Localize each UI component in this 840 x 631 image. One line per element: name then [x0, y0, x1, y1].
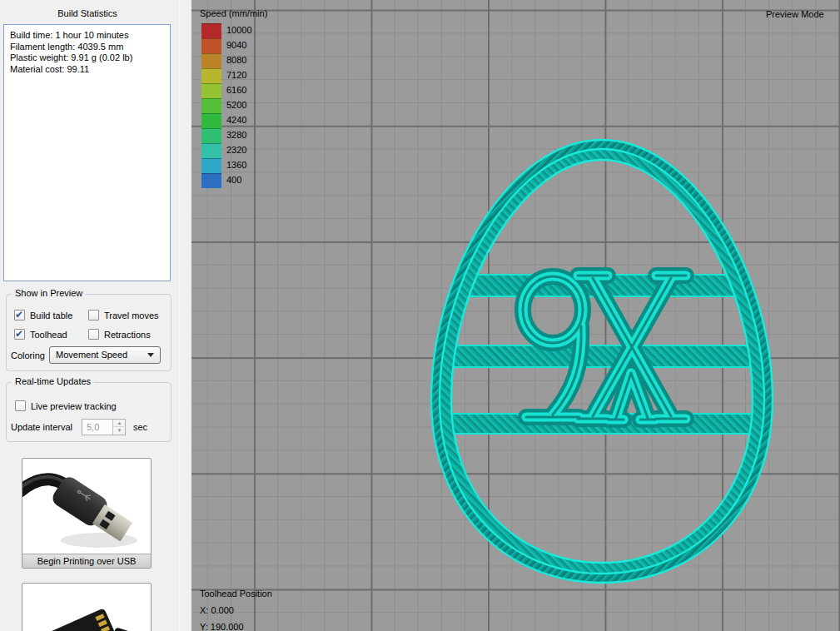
update-interval-field[interactable]: 5,0 ▲ ▼: [82, 419, 126, 435]
legend-value: 8080: [226, 55, 246, 65]
toolhead-position-readout: Toolhead Position X: 0.000 Y: 190.000: [200, 585, 272, 631]
usb-cable-photo: [22, 459, 151, 554]
usb-print-panel: Begin Printing over USB: [22, 458, 152, 569]
toolhead-position-label: Toolhead Position: [200, 585, 272, 602]
coloring-label: Coloring: [11, 350, 45, 360]
legend-swatch: [201, 98, 221, 113]
legend-swatch: [201, 68, 221, 83]
spin-up-icon[interactable]: ▲: [113, 420, 126, 427]
legend-swatch: [201, 23, 221, 38]
legend-value: 1360: [226, 160, 246, 170]
legend-row: 4240: [201, 113, 293, 128]
travel-moves-checkbox[interactable]: [88, 310, 99, 320]
sidebar-groove-divider: [179, 0, 180, 631]
travel-moves-label: Travel moves: [104, 311, 159, 320]
live-preview-tracking-label: Live preview tracking: [31, 401, 117, 411]
preview-mode-label: Preview Mode: [766, 9, 824, 19]
stat-material-cost: Material cost: 99.11: [10, 64, 164, 76]
legend-swatch: [201, 38, 221, 53]
legend-value: 3280: [226, 130, 246, 140]
preview-viewport[interactable]: Speed (mm/min) 10000 9040 8080 7120 6160: [191, 0, 840, 631]
toolhead-checkbox[interactable]: [14, 329, 25, 340]
legend-row: 6160: [201, 83, 293, 98]
sd-card-panel: [22, 583, 152, 631]
legend-row: 10000: [201, 23, 293, 38]
toolhead-y-value: Y: 190.000: [200, 619, 272, 631]
legend-swatch: [201, 143, 221, 158]
realtime-updates-label: Real-time Updates: [12, 376, 94, 386]
toolhead-x-value: X: 0.000: [200, 602, 272, 619]
preview-sidebar: Build Statistics Build time: 1 hour 10 m…: [0, 0, 191, 631]
spin-down-icon[interactable]: ▼: [113, 427, 126, 435]
show-in-preview-label: Show in Preview: [12, 288, 86, 298]
build-table-checkbox[interactable]: [14, 310, 25, 320]
coloring-select-value: Movement Speed: [56, 350, 127, 360]
slicer-preview-window: Build Statistics Build time: 1 hour 10 m…: [0, 0, 840, 631]
coloring-select[interactable]: Movement Speed: [49, 346, 161, 364]
legend-row: 8080: [201, 53, 293, 68]
stat-filament-length: Filament length: 4039.5 mm: [10, 42, 164, 53]
legend-swatch: [201, 83, 221, 98]
legend-swatch: [201, 53, 221, 68]
legend-value: 7120: [226, 70, 246, 80]
legend-value: 10000: [226, 25, 252, 35]
legend-row: 9040: [201, 38, 293, 53]
legend-swatch: [201, 173, 221, 188]
build-statistics-box: Build time: 1 hour 10 minutes Filament l…: [3, 24, 171, 281]
legend-value: 2320: [226, 145, 246, 155]
speed-legend-rows: 10000 9040 8080 7120 6160 5200: [201, 23, 293, 188]
legend-value: 400: [226, 175, 241, 185]
legend-value: 6160: [226, 85, 246, 95]
live-preview-tracking-checkbox[interactable]: [15, 400, 26, 411]
legend-row: 2320: [201, 143, 293, 158]
build-table-label: Build table: [30, 311, 72, 320]
chevron-down-icon: [147, 353, 154, 357]
begin-printing-usb-button[interactable]: Begin Printing over USB: [22, 554, 151, 568]
stat-plastic-weight: Plastic weight: 9.91 g (0.02 lb): [10, 52, 164, 64]
update-interval-spinner: ▲ ▼: [112, 420, 125, 435]
legend-row: 3280: [201, 128, 293, 143]
update-interval-value: 5,0: [87, 422, 99, 432]
retractions-checkbox[interactable]: [88, 329, 99, 340]
legend-swatch: [201, 158, 221, 173]
toolhead-label: Toolhead: [30, 330, 67, 340]
update-interval-label: Update interval: [11, 422, 72, 432]
legend-value: 5200: [226, 100, 246, 110]
legend-row: 7120: [201, 68, 293, 83]
stat-build-time: Build time: 1 hour 10 minutes: [10, 30, 164, 42]
update-interval-unit: sec: [133, 422, 147, 432]
legend-value: 4240: [226, 115, 246, 125]
build-statistics-title: Build Statistics: [0, 8, 175, 18]
legend-swatch: [201, 113, 221, 128]
legend-row: 5200: [201, 98, 293, 113]
legend-value: 9040: [226, 40, 246, 50]
legend-swatch: [201, 128, 221, 143]
legend-row: 400: [201, 173, 293, 188]
legend-row: 1360: [201, 158, 293, 173]
sd-card-photo: [22, 584, 151, 631]
retractions-label: Retractions: [104, 330, 151, 340]
speed-legend-title: Speed (mm/min): [200, 8, 267, 18]
